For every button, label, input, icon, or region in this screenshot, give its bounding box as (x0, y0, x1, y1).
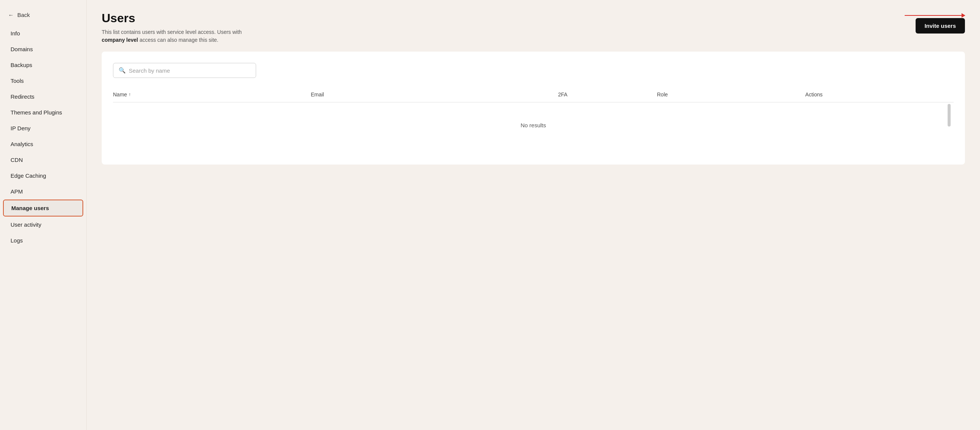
col-email: Email (311, 92, 558, 98)
sidebar-item-themes-plugins[interactable]: Themes and Plugins (3, 105, 83, 120)
page-subtitle: This list contains users with service le… (102, 28, 260, 44)
sidebar-item-cdn[interactable]: CDN (3, 152, 83, 168)
sidebar-item-apm[interactable]: APM (3, 184, 83, 199)
subtitle-text-2: access can also manage this site. (139, 37, 218, 43)
no-results-message: No results (113, 107, 954, 143)
search-icon: 🔍 (119, 67, 126, 74)
header-left: Users This list contains users with serv… (102, 11, 260, 44)
col-email-label: Email (311, 92, 324, 98)
page-header: Users This list contains users with serv… (102, 11, 965, 44)
sidebar-item-user-activity[interactable]: User activity (3, 217, 83, 232)
sidebar-item-analytics[interactable]: Analytics (3, 136, 83, 152)
scrollbar[interactable] (948, 104, 951, 127)
search-wrapper: 🔍 (113, 63, 954, 78)
col-name[interactable]: Name ↑ (113, 92, 311, 98)
sidebar-item-tools[interactable]: Tools (3, 73, 83, 89)
sidebar-item-backups[interactable]: Backups (3, 57, 83, 73)
page-title: Users (102, 11, 260, 25)
subtitle-bold: company level (102, 37, 138, 43)
back-label: Back (18, 12, 30, 18)
sidebar-item-logs[interactable]: Logs (3, 233, 83, 248)
col-role: Role (657, 92, 805, 98)
sidebar-item-ip-deny[interactable]: IP Deny (3, 121, 83, 136)
users-table: Name ↑ Email 2FA Role Actions No results (113, 87, 954, 143)
sidebar-item-manage-users[interactable]: Manage users (3, 200, 83, 216)
col-2fa: 2FA (558, 92, 657, 98)
col-2fa-label: 2FA (558, 92, 568, 98)
content-panel: 🔍 Name ↑ Email 2FA Role (102, 52, 965, 165)
main-content: Users This list contains users with serv… (87, 0, 980, 430)
table-header: Name ↑ Email 2FA Role Actions (113, 87, 954, 102)
sort-arrow-icon: ↑ (129, 92, 131, 97)
col-role-label: Role (657, 92, 668, 98)
col-name-label: Name (113, 92, 127, 98)
arrow-annotation (905, 15, 965, 16)
sidebar-item-domains[interactable]: Domains (3, 41, 83, 57)
subtitle-text-1: This list contains users with service le… (102, 29, 242, 35)
col-actions: Actions (805, 92, 954, 98)
back-button[interactable]: ← Back (0, 8, 86, 22)
arrow-line (905, 15, 965, 16)
sidebar-item-edge-caching[interactable]: Edge Caching (3, 168, 83, 183)
col-actions-label: Actions (805, 92, 822, 98)
sidebar-item-info[interactable]: Info (3, 25, 83, 41)
sidebar-item-redirects[interactable]: Redirects (3, 89, 83, 104)
search-input[interactable] (129, 67, 250, 74)
search-box: 🔍 (113, 63, 256, 78)
header-right: Invite users (905, 11, 965, 33)
back-arrow-icon: ← (8, 11, 14, 18)
sidebar: ← Back InfoDomainsBackupsToolsRedirectsT… (0, 0, 87, 430)
invite-users-button[interactable]: Invite users (916, 18, 965, 33)
